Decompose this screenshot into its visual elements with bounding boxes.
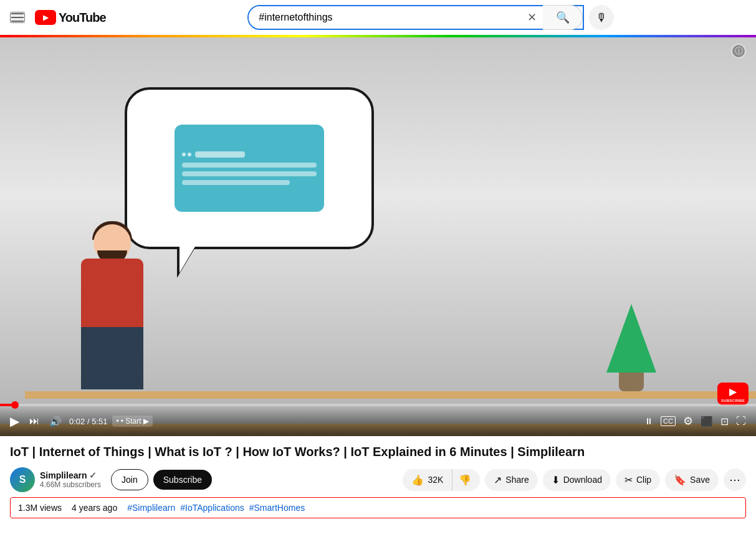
settings-icon: ⚙ — [683, 414, 693, 428]
share-label: Share — [505, 475, 529, 485]
dislike-icon: 👎 — [459, 474, 471, 486]
cc-button[interactable]: CC — [658, 414, 678, 429]
start-badge: • • Start ▶ — [112, 416, 152, 427]
plant-leaves — [606, 304, 656, 373]
video-info: IoT | Internet of Things | What is IoT ?… — [0, 436, 756, 492]
like-icon: 👍 — [411, 474, 424, 486]
menu-button[interactable] — [10, 12, 25, 23]
cc-icon: CC — [661, 416, 676, 426]
character-person — [62, 224, 162, 399]
stats-views: 1.3M views — [18, 503, 62, 513]
fullscreen-icon: ⛶ — [736, 416, 746, 427]
clip-icon: ✂ — [624, 474, 633, 486]
download-icon: ⬇ — [552, 474, 560, 486]
search-input[interactable] — [249, 6, 521, 29]
video-title: IoT | Internet of Things | What is IoT ?… — [10, 444, 746, 460]
stats-tag-2[interactable]: #IoTApplications — [180, 503, 244, 513]
share-button[interactable]: ↗ Share — [485, 469, 537, 491]
youtube-logo-icon — [35, 10, 56, 25]
bubble-lines — [182, 163, 317, 185]
person-body — [81, 259, 143, 333]
action-buttons: 👍 32K 👎 ↗ Share ⬇ Download ✂ Clip 🔖 — [403, 469, 746, 491]
start-label: • Start — [121, 417, 141, 426]
header-left: YouTube — [10, 10, 106, 25]
video-controls: ▶ ⏭ 🔊 0:02 / 5:51 • • Start ▶ ⏸ CC ⚙ ⬛ — [0, 406, 756, 436]
clip-label: Clip — [636, 475, 651, 485]
watermark-youtube-icon: ▶ — [729, 386, 737, 397]
subscribe-watermark[interactable]: ▶ SUBSCRIBE — [717, 383, 749, 405]
bubble-header-line — [195, 151, 245, 158]
bubble-top-bar — [182, 151, 317, 158]
person-legs — [81, 327, 143, 389]
settings-button[interactable]: ⚙ — [681, 412, 696, 430]
video-thumbnail — [0, 37, 756, 436]
stats-date: 4 years ago — [72, 503, 117, 513]
info-icon[interactable]: ⓘ — [731, 44, 746, 59]
dislike-button[interactable]: 👎 — [452, 469, 480, 491]
fullscreen-button[interactable]: ⛶ — [734, 413, 749, 429]
start-arrow-icon: ▶ — [143, 417, 149, 426]
theater-button[interactable]: ⬛ — [698, 413, 715, 430]
next-button[interactable]: ⏭ — [27, 413, 42, 429]
plant — [606, 304, 656, 391]
mini-player-button[interactable]: ⊡ — [718, 413, 731, 430]
volume-icon: 🔊 — [49, 416, 62, 427]
video-player[interactable]: ⓘ ▶ SUBSCRIBE ▶ ⏭ 🔊 0:02 / 5:51 • • Star… — [0, 37, 756, 436]
bubble-dots — [182, 153, 191, 156]
header: YouTube ✕ 🔍 🎙 — [0, 0, 756, 35]
join-button[interactable]: Join — [111, 469, 148, 490]
play-icon: ▶ — [10, 414, 19, 429]
save-icon: 🔖 — [674, 474, 686, 486]
channel-name: Simplilearn ✓ — [40, 470, 101, 480]
stats-row: 1.3M views 4 years ago #Simplilearn #IoT… — [10, 497, 746, 518]
bubble-line-3 — [182, 180, 290, 185]
save-label: Save — [690, 475, 710, 485]
search-clear-button[interactable]: ✕ — [521, 12, 543, 23]
pause-button[interactable]: ⏸ — [642, 414, 656, 429]
pause-icon: ⏸ — [644, 416, 653, 426]
search-icon: 🔍 — [556, 11, 570, 24]
channel-name-text: Simplilearn — [40, 470, 87, 480]
start-dot: • — [116, 417, 118, 426]
like-count: 32K — [428, 475, 443, 485]
mic-icon: 🎙 — [596, 11, 607, 24]
stats-tag-1[interactable]: #Simplilearn — [127, 503, 175, 513]
clip-button[interactable]: ✂ Clip — [616, 469, 660, 491]
search-area: ✕ 🔍 🎙 — [116, 5, 746, 30]
video-meta-row: S Simplilearn ✓ 4.66M subscribers Join S… — [10, 467, 746, 492]
controls-right: ⏸ CC ⚙ ⬛ ⊡ ⛶ — [642, 412, 749, 430]
play-button[interactable]: ▶ — [7, 411, 22, 431]
stats-tag-3[interactable]: #SmartHomes — [249, 503, 305, 513]
bubble-line-1 — [182, 163, 317, 168]
theater-icon: ⬛ — [701, 416, 713, 427]
channel-info: S Simplilearn ✓ 4.66M subscribers — [10, 467, 101, 492]
download-button[interactable]: ⬇ Download — [543, 469, 611, 491]
volume-button[interactable]: 🔊 — [47, 413, 64, 430]
save-button[interactable]: 🔖 Save — [665, 469, 719, 491]
like-dislike-group: 👍 32K 👎 — [403, 469, 480, 491]
stats-tags: #Simplilearn #IoTApplications #SmartHome… — [127, 503, 305, 513]
search-wrapper: ✕ 🔍 — [247, 5, 584, 30]
share-icon: ↗ — [494, 474, 502, 486]
watermark-subscribe-text: SUBSCRIBE — [721, 399, 745, 402]
more-icon: ⋯ — [729, 473, 740, 487]
subscribe-button[interactable]: Subscribe — [153, 470, 212, 490]
search-submit-button[interactable]: 🔍 — [543, 5, 583, 30]
plant-pot — [619, 373, 644, 391]
speech-bubble — [125, 87, 374, 249]
youtube-logo[interactable]: YouTube — [35, 10, 106, 25]
desk-top — [25, 391, 756, 399]
more-options-button[interactable]: ⋯ — [724, 469, 746, 491]
download-label: Download — [563, 475, 602, 485]
channel-details: Simplilearn ✓ 4.66M subscribers — [40, 470, 101, 489]
next-icon: ⏭ — [29, 416, 39, 427]
channel-actions: Join Subscribe — [111, 469, 212, 490]
like-button[interactable]: 👍 32K — [403, 469, 452, 491]
bubble-line-2 — [182, 171, 317, 176]
channel-avatar[interactable]: S — [10, 467, 35, 492]
bubble-content — [175, 125, 324, 212]
mic-button[interactable]: 🎙 — [589, 5, 614, 30]
subscriber-count: 4.66M subscribers — [40, 480, 101, 489]
time-display: 0:02 / 5:51 — [69, 417, 107, 426]
mini-player-icon: ⊡ — [720, 416, 729, 427]
